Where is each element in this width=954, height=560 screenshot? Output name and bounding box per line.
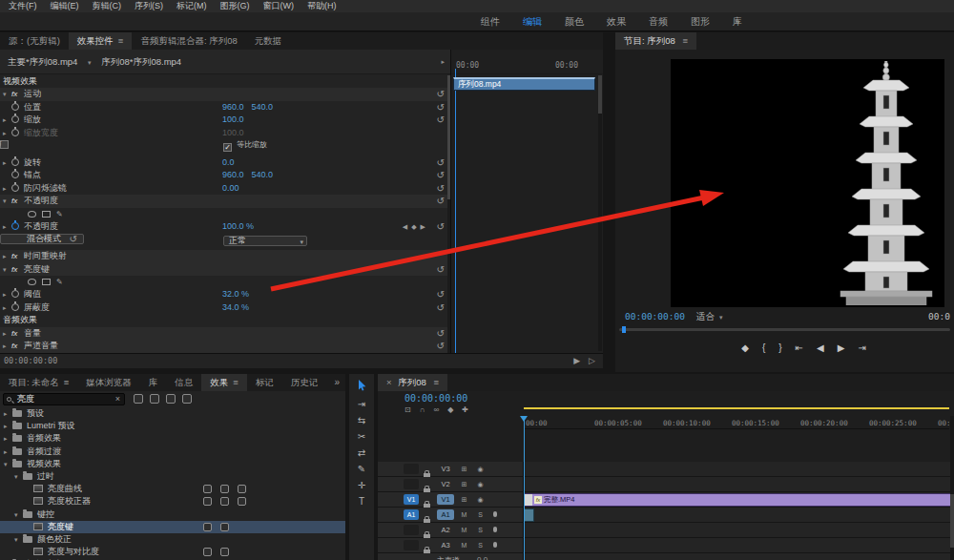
project-tab[interactable]: 信息 bbox=[166, 374, 201, 391]
source-patch[interactable] bbox=[404, 479, 419, 489]
step-back-button[interactable]: ◀ bbox=[817, 338, 824, 359]
twirl-closed-icon[interactable]: ▸ bbox=[3, 156, 11, 169]
menu-item[interactable]: 窗口(W) bbox=[257, 1, 301, 10]
mini-playhead[interactable] bbox=[455, 69, 456, 353]
project-tab[interactable]: 媒体浏览器 bbox=[77, 374, 140, 391]
master-clip-label[interactable]: 主要*序列08.mp4 bbox=[8, 56, 77, 67]
audio-track-lane[interactable] bbox=[524, 523, 954, 537]
voiceover-record-icon[interactable] bbox=[489, 509, 500, 520]
project-tabs-overflow-button[interactable]: » bbox=[331, 374, 342, 391]
reset-icon[interactable]: ↺ bbox=[437, 263, 445, 276]
param-value[interactable]: 100.0 bbox=[222, 114, 244, 126]
twirl-open-icon[interactable]: ▾ bbox=[14, 533, 23, 546]
effect-item[interactable]: 亮度与对比度 bbox=[0, 546, 345, 558]
param-value[interactable]: 32.0 % bbox=[222, 288, 249, 301]
ellipse-mask-icon[interactable] bbox=[28, 279, 36, 285]
effects-bin[interactable]: ▸音频过渡 bbox=[0, 446, 345, 458]
track-name[interactable]: V3 bbox=[437, 464, 454, 474]
video-track-lane[interactable] bbox=[524, 462, 954, 476]
twirl-closed-icon[interactable]: ▸ bbox=[3, 114, 11, 126]
reset-icon[interactable]: ↺ bbox=[437, 182, 445, 195]
track-name[interactable]: V2 bbox=[437, 479, 454, 489]
panel-menu-icon[interactable]: ≡ bbox=[433, 377, 439, 387]
sequence-clip-label[interactable]: 序列08*序列08.mp4 bbox=[101, 56, 181, 67]
reset-icon[interactable]: ↺ bbox=[437, 195, 445, 207]
pen-tool[interactable]: ✎ bbox=[349, 461, 374, 477]
rect-mask-icon[interactable] bbox=[42, 279, 51, 285]
effect-controls-tab[interactable]: 效果控件≡ bbox=[69, 32, 133, 50]
track-name[interactable]: A1 bbox=[437, 509, 454, 520]
workspace-tab[interactable]: 图形 bbox=[679, 12, 721, 31]
effect-item[interactable]: 亮度曲线 bbox=[0, 483, 345, 495]
twirl-closed-icon[interactable]: ▸ bbox=[3, 301, 11, 314]
master-track-value[interactable]: 0.0 bbox=[477, 555, 487, 560]
param-value[interactable]: 960.0 bbox=[222, 101, 244, 114]
track-output-eye-icon[interactable]: ◉ bbox=[475, 479, 486, 489]
effect-controls-tab[interactable]: 源：(无剪辑) bbox=[0, 32, 69, 50]
param-value[interactable]: 540.0 bbox=[252, 101, 274, 114]
sync-lock-icon[interactable]: ⊞ bbox=[459, 479, 469, 489]
stopwatch-icon[interactable] bbox=[11, 290, 19, 298]
play-video-toggle-icon[interactable]: ▶ bbox=[573, 356, 580, 365]
next-keyframe-icon[interactable]: ▶ bbox=[421, 223, 425, 230]
mute-button[interactable]: M bbox=[459, 540, 469, 550]
param-value[interactable]: 100.0 bbox=[222, 127, 244, 139]
track-lock-icon[interactable] bbox=[424, 556, 430, 560]
effect-item[interactable]: 亮度键 bbox=[0, 521, 345, 533]
menu-item[interactable]: 序列(S) bbox=[128, 1, 170, 10]
effect-controls-tab[interactable]: 音频剪辑混合器: 序列08 bbox=[132, 32, 245, 50]
twirl-closed-icon[interactable]: ▸ bbox=[4, 446, 12, 458]
menu-item[interactable]: 文件(F) bbox=[2, 1, 44, 10]
project-tab[interactable]: 项目: 未命名≡ bbox=[0, 374, 77, 391]
tab-program-monitor[interactable]: 节目: 序列08 ≡ bbox=[615, 32, 696, 50]
reset-icon[interactable]: ↺ bbox=[437, 156, 445, 169]
param-value[interactable]: 100.0 % bbox=[222, 220, 254, 233]
twirl-open-icon[interactable]: ▾ bbox=[14, 508, 23, 521]
mini-timeline-ruler[interactable]: 00:00 00:00 bbox=[451, 50, 603, 74]
mark-out-button[interactable]: } bbox=[778, 338, 781, 359]
stopwatch-icon[interactable] bbox=[11, 184, 19, 192]
step-forward-button[interactable]: ⇥ bbox=[858, 338, 865, 359]
track-select-forward-tool[interactable]: ⇥ bbox=[349, 396, 374, 412]
mark-in-button[interactable]: { bbox=[762, 338, 765, 359]
twirl-closed-icon[interactable]: ▸ bbox=[3, 220, 11, 233]
play-button[interactable]: ▶ bbox=[838, 338, 845, 359]
zoom-level-select[interactable]: 适合▾ bbox=[696, 309, 723, 325]
param-value[interactable]: 540.0 bbox=[252, 169, 274, 181]
add-keyframe-icon[interactable]: ◆ bbox=[411, 223, 416, 230]
solo-button[interactable]: S bbox=[475, 540, 486, 550]
reset-icon[interactable]: ↺ bbox=[437, 114, 445, 126]
param-value[interactable]: 0.00 bbox=[222, 182, 239, 195]
project-tab[interactable]: 历史记 bbox=[282, 374, 327, 391]
twirl-closed-icon[interactable]: ▸ bbox=[3, 250, 11, 262]
source-patch[interactable] bbox=[404, 540, 419, 550]
project-tab[interactable]: 标记 bbox=[247, 374, 282, 391]
menu-item[interactable]: 图形(G) bbox=[214, 1, 257, 10]
clear-search-icon[interactable]: × bbox=[115, 394, 120, 404]
chevron-down-icon[interactable]: ▾ bbox=[88, 59, 92, 66]
sync-lock-icon[interactable]: ⊞ bbox=[459, 494, 469, 505]
stopwatch-icon[interactable] bbox=[11, 158, 19, 166]
reset-icon[interactable]: ↺ bbox=[70, 235, 77, 243]
workspace-overflow-button[interactable]: » bbox=[735, 12, 740, 31]
workspace-tab[interactable]: 效果 bbox=[595, 12, 637, 31]
track-output-eye-icon[interactable]: ◉ bbox=[475, 494, 486, 505]
workspace-tab[interactable]: 颜色 bbox=[553, 12, 595, 31]
project-tab[interactable]: 库 bbox=[140, 374, 167, 391]
twirl-closed-icon[interactable]: ▸ bbox=[4, 407, 12, 420]
scrubber-playhead[interactable] bbox=[622, 326, 626, 333]
timeline-scrollbar[interactable] bbox=[950, 416, 954, 560]
menu-item[interactable]: 剪辑(C) bbox=[86, 1, 129, 10]
timeline-playhead[interactable] bbox=[524, 416, 525, 560]
solo-button[interactable]: S bbox=[475, 509, 486, 520]
program-scrubber[interactable] bbox=[619, 326, 950, 333]
param-value[interactable]: 0.0 bbox=[222, 156, 235, 169]
close-icon[interactable]: × bbox=[386, 377, 392, 387]
effects-bin[interactable]: ▾键控 bbox=[0, 508, 345, 521]
stopwatch-icon[interactable] bbox=[11, 303, 19, 311]
stopwatch-icon[interactable] bbox=[11, 115, 19, 123]
reset-icon[interactable]: ↺ bbox=[437, 288, 445, 301]
workspace-tab[interactable]: 组件 bbox=[469, 12, 511, 31]
twirl-open-icon[interactable]: ▾ bbox=[3, 88, 11, 100]
add-marker-button[interactable]: ◆ bbox=[741, 338, 749, 359]
